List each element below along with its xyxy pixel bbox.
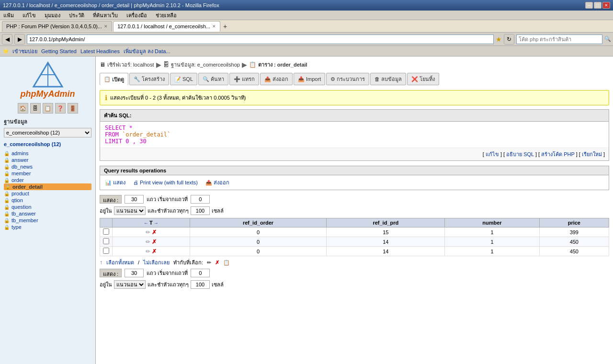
table-item-type[interactable]: 🔒 type [4, 224, 91, 230]
table-item-tb-member[interactable]: 🔒 tb_member [4, 217, 91, 224]
table-icon: 🔒 [4, 158, 10, 163]
nav-tab-structure[interactable]: 🔧 โครงสร้าง [129, 73, 169, 85]
edit-row-2[interactable]: ✏ [146, 248, 150, 255]
menu-view[interactable]: มุมมอง [43, 11, 62, 20]
nav-tab-export[interactable]: 📤 ส่งออก [260, 73, 293, 85]
table-item-order[interactable]: 🔒 order [4, 177, 91, 183]
edit-row-1[interactable]: ✏ [146, 239, 150, 245]
sql-php-link[interactable]: สร้างโค้ด PHP [541, 151, 574, 157]
cell-ref-id-prd-0: 15 [327, 228, 445, 237]
select-all-link[interactable]: เลือกทั้งหมด [106, 258, 134, 267]
table-item-order-detail[interactable]: 🔒 order_detail [4, 183, 91, 190]
menu-tools[interactable]: เครื่องมือ [125, 11, 148, 20]
row-checkbox-1[interactable] [103, 238, 109, 244]
action-label: ทำกับที่เลือก: [173, 258, 203, 267]
show-button-bottom[interactable]: แสดง : [100, 269, 122, 277]
footer-edit-icon[interactable]: ✏ [207, 260, 211, 266]
tab-0[interactable]: PHP : Forum PHP (Version 3.0,4.0,5.0)...… [2, 21, 112, 32]
forward-button[interactable]: ▶ [14, 34, 25, 45]
menu-search[interactable]: ที่ค้นหาเว็บ [91, 11, 119, 20]
close-button[interactable]: ✕ [602, 2, 610, 9]
col-ref-id-prd[interactable]: ref_id_prd [327, 218, 445, 228]
table-item-answer[interactable]: 🔒 answer [4, 157, 91, 163]
url-input[interactable] [27, 34, 494, 44]
menu-edit[interactable]: แก้ไข [21, 11, 37, 20]
menu-history[interactable]: ประวัติ [68, 11, 86, 20]
nav-tab-insert[interactable]: ➕ แทรก [229, 73, 259, 85]
col-ref-id-order[interactable]: ref_id_order [190, 218, 327, 228]
search-icon[interactable]: 🔍 [604, 36, 611, 42]
minimize-button[interactable]: ─ [585, 2, 593, 9]
menu-file[interactable]: แฟ้ม [2, 11, 15, 20]
sidebar-table-button[interactable]: 📋 [43, 103, 53, 114]
maximize-button[interactable]: □ [594, 2, 602, 9]
table-item-question[interactable]: 🔒 question [4, 204, 91, 210]
table-item-db-news[interactable]: 🔒 db_news [4, 163, 91, 170]
count-input-bottom[interactable] [191, 280, 210, 289]
table-item-admins[interactable]: 🔒 admins [4, 150, 91, 157]
count-input-top[interactable] [191, 206, 210, 215]
sidebar-query-button[interactable]: ❓ [55, 103, 66, 114]
start-row-input-top[interactable] [191, 195, 210, 204]
print-link[interactable]: 🖨 Print view (with full texts) [133, 180, 198, 185]
show-count-input-bottom[interactable] [125, 269, 144, 277]
nav-tab-delete[interactable]: 🗑 ลบข้อมูล [370, 73, 406, 85]
refresh-button[interactable]: ↻ [504, 34, 514, 45]
nav-tab-import[interactable]: 📥 Import [294, 73, 325, 85]
breadcrumb-server[interactable]: เซิร์ฟเวอร์: localhost [107, 60, 154, 69]
sql-refresh-link[interactable]: เรียกใหม่ [582, 151, 602, 157]
search-input[interactable] [516, 34, 602, 44]
position-select-bottom[interactable]: แนวนอน [114, 280, 146, 289]
nav-right-icon[interactable]: → [154, 220, 159, 226]
sidebar-db-button[interactable]: 🗄 [30, 103, 41, 114]
db-select[interactable]: e_comerceoilshop (12) [4, 128, 91, 137]
table-icon: 📋 [249, 61, 256, 68]
nav-left-icon[interactable]: ← [144, 220, 148, 226]
position-select-top[interactable]: แนวนอน [114, 206, 146, 215]
show-count-input-top[interactable] [125, 195, 144, 204]
sql-explain-link[interactable]: อธิบาย SQL [506, 151, 534, 157]
delete-row-1[interactable]: ✗ [152, 239, 157, 245]
bookmark-0[interactable]: เข้าชมบ่อย [12, 47, 37, 56]
bookmark-star-icon[interactable]: ★ [496, 35, 502, 43]
sidebar-logout-button[interactable]: 🚪 [68, 103, 78, 114]
bookmark-1[interactable]: Getting Started [41, 48, 77, 54]
sql-edit-link[interactable]: แก้ไข [486, 151, 499, 157]
delete-row-2[interactable]: ✗ [152, 248, 157, 255]
deselect-link[interactable]: ไม่เลือกเลย [143, 258, 170, 267]
nav-tab-sql[interactable]: 📝 SQL [170, 73, 197, 85]
nav-tab-view-label: เปิดดู [112, 75, 124, 84]
table-item-qtion[interactable]: 🔒 qtion [4, 197, 91, 204]
breadcrumb-db[interactable]: ฐานข้อมูล: e_comerceoilshop [171, 60, 240, 69]
sidebar-home-button[interactable]: 🏠 [18, 103, 28, 114]
delete-row-0[interactable]: ✗ [152, 229, 157, 236]
menu-help[interactable]: ช่วยเหลือ [154, 11, 178, 20]
address-bar: ◀ ▶ ★ ↻ 🔍 [0, 33, 613, 46]
row-checkbox-2[interactable] [103, 248, 109, 254]
back-button[interactable]: ◀ [2, 34, 12, 45]
export-link[interactable]: 📤 ส่งออก [205, 178, 229, 187]
table-item-member[interactable]: 🔒 member [4, 170, 91, 177]
col-number[interactable]: number [445, 218, 539, 228]
table-item-product[interactable]: 🔒 product [4, 190, 91, 197]
col-price[interactable]: price [539, 218, 609, 228]
bookmark-3[interactable]: เพิ่มข้อมูล ลง Data... [124, 47, 170, 56]
show-button-top[interactable]: แสดง : [100, 195, 122, 204]
nav-tab-view[interactable]: 📋 เปิดดู [100, 73, 128, 85]
nav-tab-drop[interactable]: ❌ โยนทิ้ง [407, 73, 439, 85]
tab-1[interactable]: 127.0.0.1 / localhost / e_comerceoilsh..… [113, 21, 220, 32]
show-link[interactable]: 📊 แสดง [105, 178, 125, 187]
nav-tab-process-label: กระบวนการ [337, 75, 365, 83]
footer-export-icon[interactable]: 📋 [223, 260, 230, 266]
edit-row-0[interactable]: ✏ [146, 229, 150, 236]
table-item-tb-answer[interactable]: 🔒 tb_answer [4, 210, 91, 217]
tab-1-close[interactable]: ✕ [212, 24, 216, 29]
row-checkbox-0[interactable] [103, 228, 109, 235]
tab-0-close[interactable]: ✕ [104, 24, 108, 29]
start-row-input-bottom[interactable] [191, 269, 210, 277]
nav-tab-search[interactable]: 🔍 ค้นหา [198, 73, 228, 85]
footer-delete-icon[interactable]: ✗ [215, 260, 219, 266]
bookmark-2[interactable]: Latest Headlines [80, 48, 120, 54]
nav-tab-process[interactable]: ⚙ กระบวนการ [326, 73, 369, 85]
new-tab-button[interactable]: + [221, 23, 229, 30]
